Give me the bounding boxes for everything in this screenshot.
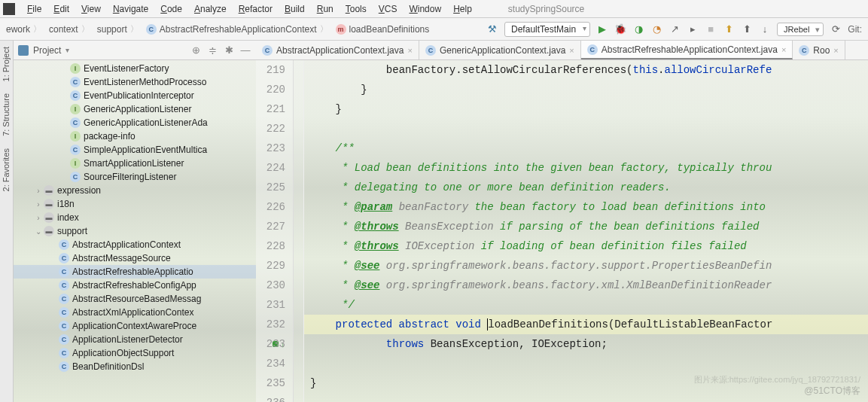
tree-node[interactable]: CApplicationListenerDetector xyxy=(14,333,256,346)
code-editor[interactable]: 2192202212222232242252262272282292302312… xyxy=(256,60,868,402)
breadcrumb-class[interactable]: CAbstractRefreshableApplicationContext xyxy=(143,20,333,38)
menu-window[interactable]: Window xyxy=(403,4,447,14)
settings-icon[interactable]: ✱ xyxy=(223,44,235,56)
code-line[interactable]: throws BeansException, IOException; xyxy=(304,334,868,354)
editor-tab[interactable]: CGenericApplicationContext.java× xyxy=(419,41,581,59)
menu-view[interactable]: View xyxy=(75,4,107,14)
tree-node[interactable]: ISmartApplicationListener xyxy=(14,157,256,170)
breadcrumb-item[interactable]: context xyxy=(46,20,94,38)
project-tool-window: Project ⊕ ≑ ✱ — IEventListenerFactoryCEv… xyxy=(14,41,256,402)
tree-node[interactable]: CEventListenerMethodProcesso xyxy=(14,75,256,89)
menu-file[interactable]: File xyxy=(21,4,47,14)
tree-folder[interactable]: ⌄▬support xyxy=(14,224,256,238)
debug-button[interactable]: 🐞 xyxy=(614,23,627,36)
breadcrumb-method[interactable]: mloadBeanDefinitions xyxy=(333,20,437,38)
code-line[interactable] xyxy=(304,354,868,373)
code-line[interactable]: * @throws IOException if loading of bean… xyxy=(304,236,868,256)
sidetab-project[interactable]: 1: Project xyxy=(0,41,12,87)
menu-run[interactable]: Run xyxy=(311,4,340,14)
code-line[interactable]: protected abstract void loadBeanDefiniti… xyxy=(304,315,868,334)
line-number: 232 ↓ xyxy=(256,315,285,334)
toolbar-icon[interactable]: ↓ xyxy=(758,23,772,36)
tree-node[interactable]: Ipackage-info xyxy=(14,129,256,143)
breadcrumb-item[interactable]: ework xyxy=(3,20,46,38)
tree-node[interactable]: CGenericApplicationListenerAda xyxy=(14,116,256,129)
project-view-select[interactable]: Project xyxy=(33,45,185,56)
jrebel-rocket-icon[interactable]: ⬆ xyxy=(722,23,736,36)
menu-edit[interactable]: Edit xyxy=(47,4,75,14)
project-tree[interactable]: IEventListenerFactoryCEventListenerMetho… xyxy=(14,60,256,375)
sidetab-favorites[interactable]: 2: Favorites xyxy=(0,142,12,197)
code-line[interactable]: * delegating to one or more bean definit… xyxy=(304,178,868,197)
profile-icon[interactable]: ◔ xyxy=(650,23,663,36)
code-line[interactable]: */ xyxy=(304,295,868,315)
expand-icon[interactable]: ⌄ xyxy=(33,227,44,236)
stop-button[interactable]: ■ xyxy=(704,23,717,36)
tree-node[interactable]: CAbstractResourceBasedMessag xyxy=(14,292,256,306)
expand-icon[interactable]: › xyxy=(33,214,44,222)
code-line[interactable]: } xyxy=(304,80,868,99)
tree-node[interactable]: CEventPublicationInterceptor xyxy=(14,89,256,102)
tree-node[interactable]: IEventListenerFactory xyxy=(14,62,256,75)
hammer-icon[interactable]: ⚒ xyxy=(486,23,499,36)
tree-node[interactable]: CAbstractApplicationContext xyxy=(14,238,256,251)
code-line[interactable]: * @see org.springframework.beans.factory… xyxy=(304,276,868,295)
code-line[interactable]: * @throws BeansException if parsing of t… xyxy=(304,217,868,236)
hide-icon[interactable]: — xyxy=(239,44,251,56)
gutter: 2192202212222232242252262272282292302312… xyxy=(256,60,294,402)
tree-node[interactable]: CSimpleApplicationEventMultica xyxy=(14,143,256,157)
code-content[interactable]: beanFactory.setAllowCircularReferences(t… xyxy=(304,60,868,402)
tree-folder[interactable]: ›▬i18n xyxy=(14,197,256,211)
tree-node[interactable]: CApplicationContextAwareProce xyxy=(14,319,256,333)
jrebel-select[interactable]: JRebel xyxy=(777,23,824,36)
toolbar-icon[interactable]: ⟳ xyxy=(829,23,842,36)
run-config-select[interactable]: DefaultTestMain xyxy=(504,22,590,37)
menu-refactor[interactable]: Refactor xyxy=(233,4,279,14)
tree-node[interactable]: CBeanDefinitionDsl xyxy=(14,360,256,373)
code-line[interactable]: * Load bean definitions into the given b… xyxy=(304,158,868,178)
menu-analyze[interactable]: Analyze xyxy=(188,4,233,14)
code-line[interactable]: } xyxy=(304,373,868,393)
menu-build[interactable]: Build xyxy=(279,4,311,14)
code-line[interactable]: /** xyxy=(304,139,868,158)
toolbar-icon[interactable]: ▸ xyxy=(686,23,699,36)
tree-node[interactable]: CApplicationObjectSupport xyxy=(14,346,256,360)
tree-node[interactable]: IGenericApplicationListener xyxy=(14,102,256,116)
collapse-icon[interactable]: ≑ xyxy=(206,44,218,56)
expand-icon[interactable]: › xyxy=(33,200,44,209)
code-line[interactable] xyxy=(304,119,868,139)
expand-icon[interactable]: › xyxy=(33,187,44,195)
close-icon[interactable]: × xyxy=(781,45,786,54)
attach-icon[interactable]: ↗ xyxy=(668,23,681,36)
tree-node[interactable]: CSourceFilteringListener xyxy=(14,170,256,184)
tree-folder[interactable]: ›▬expression xyxy=(14,184,256,197)
tree-node[interactable]: CAbstractRefreshableApplicatio xyxy=(14,265,256,279)
code-line[interactable]: * @param beanFactory the bean factory to… xyxy=(304,197,868,217)
menu-navigate[interactable]: Navigate xyxy=(107,4,154,14)
editor-tab[interactable]: CAbstractRefreshableApplicationContext.j… xyxy=(581,41,793,59)
tree-node[interactable]: CAbstractRefreshableConfigApp xyxy=(14,279,256,292)
code-line[interactable]: } xyxy=(304,99,868,119)
close-icon[interactable]: × xyxy=(833,46,838,55)
code-line[interactable] xyxy=(304,393,868,402)
breadcrumb-item[interactable]: support xyxy=(94,20,143,38)
tree-node[interactable]: CAbstractMessageSource xyxy=(14,251,256,265)
close-icon[interactable]: × xyxy=(407,46,412,55)
menu-tools[interactable]: Tools xyxy=(340,4,373,14)
editor-tab[interactable]: CAbstractApplicationContext.java× xyxy=(256,41,419,59)
tree-node[interactable]: CAbstractXmlApplicationContex xyxy=(14,306,256,319)
fold-column[interactable] xyxy=(294,60,304,402)
menu-help[interactable]: Help xyxy=(447,4,478,14)
toolbar-icon[interactable]: ⬆ xyxy=(740,23,754,36)
menu-code[interactable]: Code xyxy=(154,4,188,14)
locate-icon[interactable]: ⊕ xyxy=(190,44,202,56)
coverage-icon[interactable]: ◑ xyxy=(632,23,645,36)
code-line[interactable]: * @see org.springframework.beans.factory… xyxy=(304,256,868,276)
code-line[interactable]: beanFactory.setAllowCircularReferences(t… xyxy=(304,60,868,80)
menu-vcs[interactable]: VCS xyxy=(373,4,404,14)
editor-tab[interactable]: CRoo× xyxy=(793,41,845,59)
sidetab-structure[interactable]: 7: Structure xyxy=(0,87,12,142)
run-button[interactable]: ▶ xyxy=(595,23,609,36)
close-icon[interactable]: × xyxy=(569,46,574,55)
tree-folder[interactable]: ›▬index xyxy=(14,211,256,224)
